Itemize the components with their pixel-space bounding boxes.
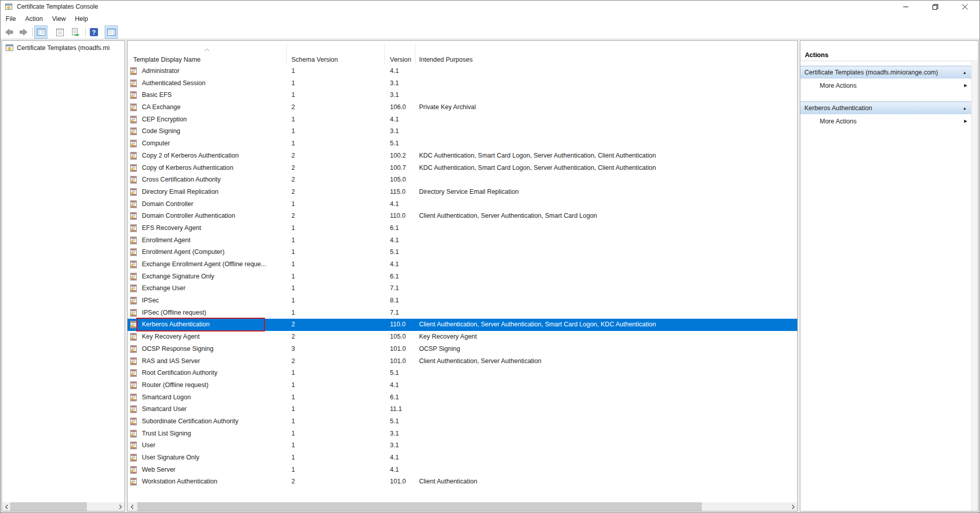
table-row[interactable]: IPSec (Offline request) 1 7.1: [128, 307, 797, 319]
table-row[interactable]: User 1 3.1: [128, 440, 797, 452]
collapse-icon[interactable]: ▲: [963, 66, 967, 79]
table-row[interactable]: Exchange Enrollment Agent (Offline reque…: [128, 259, 797, 271]
menu-action[interactable]: Action: [20, 13, 47, 25]
more-actions-kerberos-authentication[interactable]: More Actions ▶: [800, 114, 971, 129]
table-row[interactable]: Root Certification Authority 1 5.1: [128, 367, 797, 379]
menu-view[interactable]: View: [47, 13, 70, 25]
actions-title: Actions: [805, 52, 828, 59]
scroll-right-icon[interactable]: [789, 502, 797, 511]
row-version: 4.1: [390, 379, 399, 392]
row-purposes: KDC Authentication, Smart Card Logon, Se…: [419, 162, 656, 174]
toolbar-separator: [32, 28, 33, 37]
collapse-icon[interactable]: ▲: [963, 102, 967, 115]
minimize-button[interactable]: [891, 1, 920, 13]
row-schema: 1: [291, 222, 295, 235]
table-row[interactable]: Cross Certification Authority 2 105.0: [128, 174, 797, 186]
restore-button[interactable]: [920, 1, 950, 13]
table-row[interactable]: Kerberos Authentication 2 110.0 Client A…: [128, 319, 797, 331]
table-row[interactable]: Exchange User 1 7.1: [128, 283, 797, 295]
certificate-template-icon: [130, 116, 137, 123]
list-horizontal-scrollbar[interactable]: [128, 502, 797, 511]
table-row[interactable]: Exchange Signature Only 1 6.1: [128, 271, 797, 283]
table-row[interactable]: Domain Controller 1 4.1: [128, 198, 797, 211]
scroll-left-icon[interactable]: [2, 502, 11, 511]
table-row[interactable]: Workstation Authentication 2 101.0 Clien…: [128, 476, 797, 488]
table-row[interactable]: Key Recovery Agent 2 105.0 Key Recovery …: [128, 331, 797, 343]
table-row[interactable]: Basic EFS 1 3.1: [128, 89, 797, 101]
row-version: 110.0: [390, 319, 405, 331]
row-name: Domain Controller: [142, 198, 193, 211]
table-row[interactable]: Enrollment Agent (Computer) 1 5.1: [128, 246, 797, 259]
column-header-schema-version[interactable]: Schema Version: [291, 56, 338, 63]
show-console-tree-button[interactable]: [35, 26, 47, 38]
actions-section-certificate-templates[interactable]: Certificate Templates (moadfs.miniorange…: [800, 66, 971, 79]
certificate-template-icon: [130, 297, 137, 304]
table-row[interactable]: Copy of Kerberos Authentication 2 100.7 …: [128, 162, 797, 174]
table-row[interactable]: Smartcard Logon 1 6.1: [128, 392, 797, 404]
menu-help[interactable]: Help: [70, 13, 93, 25]
table-row[interactable]: OCSP Response Signing 3 101.0 OCSP Signi…: [128, 343, 797, 355]
table-row[interactable]: User Signature Only 1 4.1: [128, 452, 797, 464]
show-action-pane-button[interactable]: [105, 26, 117, 38]
column-header-template-display-name[interactable]: Template Display Name: [133, 56, 201, 63]
forward-button[interactable]: [17, 26, 30, 38]
table-row[interactable]: IPSec 1 8.1: [128, 295, 797, 307]
table-row[interactable]: Directory Email Replication 2 115.0 Dire…: [128, 186, 797, 198]
column-header-version[interactable]: Version: [390, 56, 411, 63]
table-row[interactable]: Administrator 1 4.1: [128, 65, 797, 78]
row-schema: 1: [291, 403, 295, 416]
row-schema: 2: [291, 355, 295, 368]
row-version: 4.1: [390, 464, 399, 476]
table-row[interactable]: Domain Controller Authentication 2 110.0…: [128, 210, 797, 222]
scroll-left-icon[interactable]: [128, 502, 136, 511]
properties-button[interactable]: [54, 26, 66, 38]
table-row[interactable]: EFS Recovery Agent 1 6.1: [128, 222, 797, 235]
table-row[interactable]: Trust List Signing 1 3.1: [128, 428, 797, 440]
more-actions-certificate-templates[interactable]: More Actions ▶: [800, 79, 971, 93]
export-list-button[interactable]: [69, 26, 81, 38]
row-schema: 1: [291, 125, 295, 138]
scrollbar-thumb[interactable]: [137, 502, 702, 511]
column-separator[interactable]: [384, 44, 385, 64]
column-separator[interactable]: [286, 44, 287, 64]
table-row[interactable]: Router (Offline request) 1 4.1: [128, 379, 797, 392]
table-row[interactable]: Computer 1 5.1: [128, 138, 797, 150]
certificate-template-icon: [130, 357, 137, 365]
row-name: Exchange Enrollment Agent (Offline reque…: [142, 259, 266, 271]
close-button[interactable]: [950, 1, 979, 13]
actions-vertical-scrollbar[interactable]: [971, 62, 978, 511]
certificate-template-icon: [130, 273, 137, 280]
toolbar-separator: [85, 28, 86, 37]
table-row[interactable]: RAS and IAS Server 2 101.0 Client Authen…: [128, 355, 797, 368]
row-version: 105.0: [390, 331, 406, 343]
row-schema: 2: [291, 174, 295, 186]
table-row[interactable]: Authenticated Session 1 3.1: [128, 78, 797, 90]
tree-item-certificate-templates[interactable]: Certificate Templates (moadfs.mi: [2, 42, 125, 54]
row-schema: 2: [291, 210, 295, 222]
certificate-template-icon: [130, 127, 137, 135]
row-name: Smartcard Logon: [142, 392, 191, 404]
scroll-right-icon[interactable]: [116, 502, 125, 511]
table-row[interactable]: Smartcard User 1 11.1: [128, 403, 797, 416]
menu-file[interactable]: File: [1, 13, 20, 25]
table-row[interactable]: Subordinate Certification Authority 1 5.…: [128, 416, 797, 428]
certificate-template-icon: [130, 466, 137, 474]
scrollbar-thumb[interactable]: [10, 502, 87, 511]
column-header-intended-purposes[interactable]: Intended Purposes: [419, 56, 473, 63]
row-schema: 1: [291, 114, 295, 126]
table-row[interactable]: CA Exchange 2 106.0 Private Key Archival: [128, 101, 797, 114]
row-version: 4.1: [390, 259, 399, 271]
help-button[interactable]: ?: [88, 26, 100, 38]
row-name: OCSP Response Signing: [142, 343, 213, 355]
actions-section-kerberos-authentication[interactable]: Kerberos Authentication ▲: [800, 101, 971, 114]
back-button[interactable]: [3, 26, 15, 38]
column-separator[interactable]: [415, 44, 415, 64]
row-schema: 3: [291, 343, 295, 355]
table-row[interactable]: Code Signing 1 3.1: [128, 125, 797, 138]
table-row[interactable]: Web Server 1 4.1: [128, 464, 797, 476]
table-row[interactable]: CEP Encryption 1 4.1: [128, 114, 797, 126]
table-row[interactable]: Copy 2 of Kerberos Authentication 2 100.…: [128, 150, 797, 162]
table-row[interactable]: Enrollment Agent 1 4.1: [128, 235, 797, 247]
row-version: 7.1: [390, 283, 399, 295]
tree-horizontal-scrollbar[interactable]: [2, 502, 125, 511]
